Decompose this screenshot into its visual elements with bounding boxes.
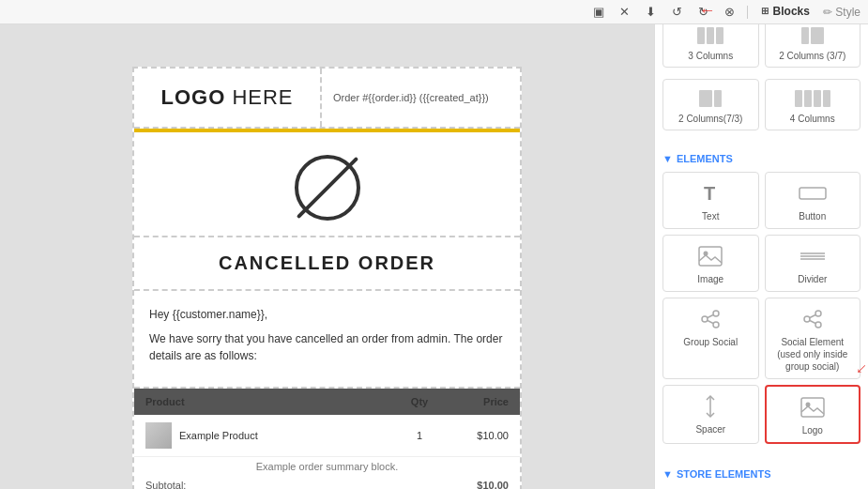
block-3-columns-icon [667, 24, 754, 47]
blocks-tab[interactable]: ⊞ Blocks ← [755, 3, 815, 22]
app-wrapper: ▣ ✕ ⬇ ↺ ↻ ⊗ ⊞ Blocks ← ✏ Style LOGO HERE [0, 0, 868, 489]
logo-element-label: Logo [770, 424, 856, 436]
product-price: $10.00 [443, 430, 509, 441]
logo-element-icon [770, 394, 856, 420]
order-table-header: Product Qty Price [134, 389, 520, 415]
store-elements-header[interactable]: ▼ STORE ELEMENTS [662, 463, 860, 483]
social-element-icon [769, 306, 857, 332]
block-3-columns-label: 3 Columns [667, 51, 754, 61]
col-qty-header: Qty [396, 396, 443, 407]
svg-line-10 [708, 315, 713, 318]
text-label: Text [667, 210, 754, 222]
toolbar-icon-close[interactable]: ⊗ [721, 5, 739, 19]
text-icon: T [667, 180, 754, 206]
svg-point-9 [713, 322, 719, 328]
canvas-area: LOGO HERE Order #{{order.id}} ({{created… [0, 0, 654, 489]
toolbar: ▣ ✕ ⬇ ↺ ↻ ⊗ ⊞ Blocks ← ✏ Style [0, 0, 868, 24]
element-image[interactable]: Image [662, 235, 759, 292]
image-label: Image [667, 273, 754, 285]
col-product-header: Product [145, 396, 396, 407]
email-order-info: Order #{{order.id}} ({{created_at}}) [322, 69, 520, 127]
block-2-columns-37-label: 2 Columns (3/7) [769, 51, 857, 61]
elements-header[interactable]: ▼ ELEMENTS [662, 149, 860, 168]
element-spacer[interactable]: Spacer [662, 385, 759, 444]
store-elements-arrow-icon: ▼ [662, 468, 673, 480]
svg-point-14 [815, 322, 821, 328]
toolbar-icon-square[interactable]: ▣ [589, 5, 608, 19]
block-2-columns-73-icon [667, 87, 754, 110]
element-group-social[interactable]: Group Social [662, 298, 759, 379]
column-block-grid-bottom: 2 Columns(7/3) 4 Columns [662, 75, 860, 138]
product-cell: Example Product [145, 422, 396, 449]
table-row: Example Product 1 $10.00 [134, 415, 520, 457]
right-panel: 3 Columns 2 Columns (3/7) [654, 0, 868, 489]
cancel-icon-section [134, 132, 520, 237]
block-4-columns-label: 4 Columns [769, 114, 857, 124]
toolbar-icon-cut[interactable]: ✕ [616, 5, 634, 19]
cancelled-title-section: CANCELLED ORDER [134, 237, 520, 291]
cancel-icon [295, 155, 360, 221]
store-elements-section: ▼ STORE ELEMENTS [655, 457, 868, 489]
group-social-label: Group Social [667, 336, 754, 348]
product-qty: 1 [396, 430, 443, 441]
spacer-label: Spacer [667, 423, 754, 436]
block-4-columns[interactable]: 4 Columns [765, 79, 861, 130]
store-elements-label: STORE ELEMENTS [677, 468, 771, 480]
blocks-tab-label: Blocks [773, 5, 810, 18]
spacer-icon [667, 393, 754, 420]
col-price-header: Price [443, 396, 509, 407]
image-icon [667, 243, 754, 269]
element-logo[interactable]: Logo ↓ [765, 385, 861, 444]
group-social-icon [667, 306, 754, 332]
svg-point-13 [804, 316, 810, 322]
svg-rect-18 [801, 398, 824, 417]
columns-section: 3 Columns 2 Columns (3/7) [655, 7, 868, 144]
toolbar-divider [747, 6, 748, 19]
element-social[interactable]: Social Element(used only insidegroup soc… [765, 298, 861, 379]
svg-point-8 [702, 316, 708, 322]
email-header: LOGO HERE Order #{{order.id}} ({{created… [134, 69, 520, 129]
elements-arrow-icon: ▼ [662, 153, 673, 164]
block-2-columns-73-label: 2 Columns(7/3) [667, 114, 754, 124]
social-element-label: Social Element(used only insidegroup soc… [769, 336, 857, 373]
svg-rect-2 [699, 247, 722, 266]
toolbar-icon-undo[interactable]: ↺ [668, 5, 687, 19]
element-divider[interactable]: Divider [765, 235, 861, 292]
product-image [145, 422, 172, 449]
button-icon [769, 180, 857, 206]
svg-line-16 [810, 321, 815, 324]
svg-point-12 [815, 311, 821, 316]
email-preview: LOGO HERE Order #{{order.id}} ({{created… [132, 67, 522, 489]
elements-label: ELEMENTS [677, 153, 733, 164]
element-grid: T Text Button Image [662, 168, 860, 451]
button-label: Button [769, 210, 857, 222]
svg-line-15 [810, 315, 815, 318]
svg-text:T: T [704, 183, 715, 204]
email-greeting: Hey {{customer.name}}, [149, 306, 505, 323]
element-text[interactable]: T Text [662, 172, 759, 229]
email-logo-cell: LOGO HERE [134, 69, 322, 127]
style-tab[interactable]: ✏ Style [823, 6, 860, 19]
blocks-arrow-annotation: ← [699, 1, 716, 21]
svg-line-11 [708, 321, 713, 324]
cancelled-title: CANCELLED ORDER [149, 252, 505, 274]
svg-rect-1 [799, 188, 826, 199]
order-summary-note: Example order summary block. [134, 457, 520, 476]
block-4-columns-icon [769, 87, 857, 110]
product-image-inner [145, 422, 172, 449]
email-text-section: Hey {{customer.name}}, We have sorry tha… [134, 291, 520, 389]
email-body: We have sorry that you have cancelled an… [149, 330, 505, 364]
block-2-columns-37-icon [769, 24, 857, 47]
elements-section: ▼ ELEMENTS T Text Button [655, 144, 868, 457]
subtotal-value: $10.00 [477, 480, 509, 489]
order-table: Product Qty Price Example Product 1 $10.… [134, 389, 520, 489]
divider-icon [769, 243, 857, 269]
logo-text: LOGO HERE [160, 85, 293, 110]
product-name: Example Product [179, 430, 258, 441]
svg-point-7 [713, 311, 719, 316]
block-2-columns-73[interactable]: 2 Columns(7/3) [662, 79, 759, 130]
divider-label: Divider [769, 273, 857, 285]
element-button[interactable]: Button [765, 172, 861, 229]
order-subtotal: Subtotal: $10.00 [134, 476, 520, 489]
toolbar-icon-download[interactable]: ⬇ [642, 5, 661, 19]
